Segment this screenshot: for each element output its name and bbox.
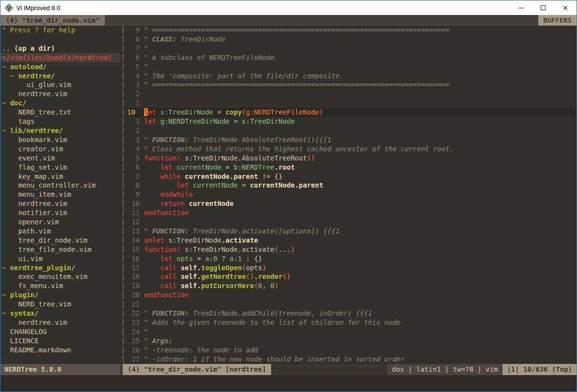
code-token: tags <box>2 117 34 125</box>
code-line[interactable]: 7" <box>127 44 577 53</box>
code-token: ~ <box>2 355 6 363</box>
window-split-separator[interactable] <box>120 26 126 364</box>
code-token: = <box>238 181 250 189</box>
code-line[interactable]: 14unlet s:TreeDirNode.activate <box>127 236 577 245</box>
code-token: FUNCTION: <box>152 136 189 144</box>
code-line[interactable]: 18 call self.getNerdtree().render() <box>127 272 577 281</box>
tree-item[interactable]: menu_controller.vim <box>2 181 120 190</box>
tree-item[interactable]: tree_dir_node.vim <box>2 236 120 245</box>
code-line[interactable]: 3" =====================================… <box>127 80 577 89</box>
tree-item[interactable]: creator.vim <box>2 145 120 154</box>
tree-item[interactable]: nerdtree.vim <box>2 199 120 208</box>
tree-item[interactable]: nerdtree.vim <box>2 89 120 99</box>
line-number: 20 <box>127 290 140 300</box>
code-line[interactable]: 5function! s:TreeDirNode.AbsoluteTreeRoo… <box>127 154 577 163</box>
code-line[interactable]: 26" -treenode: the node to add <box>127 346 577 355</box>
code-line[interactable]: 20endfunction <box>127 290 577 300</box>
tree-item[interactable]: menu_item.vim <box>2 190 120 199</box>
code-line[interactable]: 8" CLASS: TreeDirNode <box>127 35 577 44</box>
tree-root-item[interactable]: </vimfiles/bundle/nerdtree/ <box>0 53 120 62</box>
line-number: 19 <box>127 281 140 290</box>
code-line[interactable]: 9" =====================================… <box>127 26 577 35</box>
tree-item[interactable]: flag_set.vim <box>2 163 120 172</box>
code-line[interactable]: 17 call self.toggleOpen(opts) <box>127 263 577 273</box>
tree-item[interactable]: ~ syntax/ <box>2 309 120 318</box>
tree-item[interactable]: LICENCE <box>2 336 120 346</box>
tree-item[interactable]: .. (up a dir) <box>2 44 120 53</box>
close-button[interactable]: ✕ <box>554 1 577 15</box>
tree-item[interactable]: bookmark.vim <box>2 135 120 145</box>
tree-item[interactable]: ui.vim <box>2 254 120 263</box>
code-line[interactable]: 21 <box>127 300 577 309</box>
code-line[interactable]: 4" Class method that returns the highest… <box>127 145 577 154</box>
tree-item[interactable]: event.vim <box>2 154 120 163</box>
code-line[interactable]: 13" FUNCTION: TreeDirNode.activate([opti… <box>127 227 577 236</box>
code-line-current[interactable]: 10let s:TreeDirNode = copy(g:NERDTreeFil… <box>127 108 577 117</box>
command-line[interactable] <box>0 375 577 392</box>
line-number: 3 <box>127 135 140 145</box>
code-token: : {} <box>242 255 262 262</box>
tree-item[interactable]: nerdtree.vim <box>2 318 120 327</box>
tree-item[interactable]: exec_menuitem.vim <box>2 272 120 281</box>
tree-item[interactable]: ~ autoload/ <box>2 62 120 72</box>
tree-item[interactable]: tags <box>2 117 120 126</box>
main-content: " Press ? for help.. (up a dir)</vimfile… <box>0 26 577 364</box>
minimize-button[interactable] <box>510 1 532 15</box>
code-line[interactable]: 2 <box>127 89 577 99</box>
code-line[interactable]: 25" Args: <box>127 336 577 346</box>
tree-item[interactable]: ~ nerdtree/ <box>2 72 120 81</box>
code-line[interactable]: 7 while currentNode.parent != {} <box>127 172 577 181</box>
tree-item[interactable]: ~ plugin/ <box>2 290 120 300</box>
tree-item[interactable]: NERD_tree.vim <box>2 300 120 309</box>
status-info-segment: dos | latin1 | tw=78 | vim <box>387 364 503 375</box>
code-token: TreeDirNode.addChild(treenode, inOrder) … <box>189 309 372 317</box>
tree-item[interactable]: path.vim <box>2 227 120 236</box>
code-token: CHANGELOG <box>2 328 47 335</box>
tree-item[interactable]: tree_file_node.vim <box>2 245 120 254</box>
tree-item[interactable]: ~ nerdtree_plugin/ <box>2 263 120 273</box>
code-line[interactable]: 2 <box>127 126 577 135</box>
code-line[interactable]: 1let g:NERDTreeDirNode = s:TreeDirNode <box>127 117 577 126</box>
tree-item[interactable] <box>2 35 120 44</box>
tree-item[interactable]: ~ lib/nerdtree/ <box>2 126 120 135</box>
code-line[interactable]: 8 let currentNode = currentNode.parent <box>127 181 577 190</box>
code-token: self. <box>181 264 201 272</box>
code-line[interactable]: 6" A subclass of NERDTreeFileNode. <box>127 53 577 62</box>
tree-item[interactable]: ~ doc/ <box>2 99 120 108</box>
line-number: 8 <box>127 181 140 190</box>
code-token: nerdtree <box>27 127 59 134</box>
code-line[interactable]: 16 let opts = a:0 ? a:1 : {} <box>127 254 577 263</box>
tree-item[interactable]: README.markdown <box>2 346 120 355</box>
code-line[interactable]: 4" The 'composite' part of the file/dir … <box>127 72 577 81</box>
code-line[interactable]: 24" <box>127 327 577 336</box>
maximize-button[interactable] <box>532 1 554 15</box>
tree-item[interactable]: fs_menu.vim <box>2 281 120 290</box>
code-line[interactable]: 15function! s:TreeDirNode.activate(...) <box>127 245 577 254</box>
tree-item[interactable]: CHANGELOG <box>2 327 120 336</box>
code-line[interactable]: 23" Adds the given treenode to the list … <box>127 318 577 327</box>
code-line[interactable]: 1 <box>127 99 577 108</box>
tree-item[interactable]: " Press ? for help <box>2 26 120 35</box>
code-line[interactable]: 10 return currentNode <box>127 199 577 208</box>
code-line[interactable]: 3" FUNCTION: TreeDirNode.AbsoluteTreeRoo… <box>127 135 577 145</box>
tree-item[interactable]: NERD_tree.txt <box>2 108 120 117</box>
tree-item[interactable]: key_map.vim <box>2 172 120 181</box>
code-line[interactable]: 19 call self.putCursorHere(0, 0) <box>127 281 577 290</box>
tree-item[interactable]: ~ <box>2 355 120 364</box>
code-line[interactable]: 22" FUNCTION: TreeDirNode.addChild(treen… <box>127 309 577 318</box>
tree-item[interactable]: opener.vim <box>2 218 120 227</box>
code-token: (up a dir) <box>14 44 55 52</box>
code-token <box>156 108 160 116</box>
code-line[interactable]: 9 endwhile <box>127 190 577 199</box>
code-token: let <box>144 117 156 125</box>
tree-item[interactable]: ui_glue.vim <box>2 80 120 89</box>
code-line[interactable]: 5" <box>127 62 577 72</box>
code-line[interactable]: 11endfunction <box>127 208 577 218</box>
code-line[interactable]: 12 <box>127 218 577 227</box>
code-line[interactable]: 6 let currentNode = b:NERDTree.root <box>127 163 577 172</box>
code-token: s:TreeDirNode.activate <box>181 246 274 253</box>
code-token: currentNode <box>193 181 238 189</box>
code-line[interactable]: 27" -inOrder: 1 if the new node should b… <box>127 355 577 364</box>
tab-active-tree-dir-node[interactable]: (4) "tree_dir_node.vim" <box>0 15 105 26</box>
tree-item[interactable]: notifier.vim <box>2 208 120 218</box>
